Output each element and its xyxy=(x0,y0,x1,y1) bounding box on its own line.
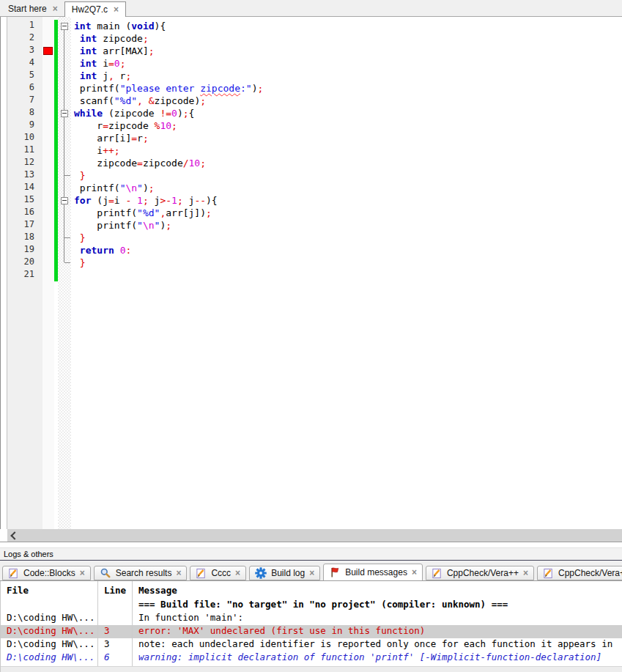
scroll-left-button[interactable] xyxy=(7,529,20,542)
line-number: 16 xyxy=(7,207,42,219)
marker-cell xyxy=(42,57,54,70)
code-line[interactable]: 3 int arr[MAX]; xyxy=(7,45,622,57)
editor-tab-start-here[interactable]: Start here× xyxy=(1,1,64,16)
line-number: 11 xyxy=(7,144,42,157)
code-line[interactable]: 1int main (void){ xyxy=(7,20,622,32)
code-line[interactable]: 16 printf("%d",arr[j]); xyxy=(7,207,622,219)
table-row[interactable]: D:\coding HW\...3error: 'MAX' undeclared… xyxy=(1,625,622,638)
cell-file: D:\coding HW\... xyxy=(1,651,98,665)
table-row[interactable]: === Build file: "no target" in "no proje… xyxy=(1,599,622,612)
fold-margin-cell xyxy=(58,256,71,269)
code-editor[interactable]: 1int main (void){2 int zipcode;3 int arr… xyxy=(0,17,622,542)
code-line[interactable]: 19 return 0: xyxy=(7,244,622,256)
fold-toggle-icon[interactable] xyxy=(58,107,71,119)
logs-panel: Logs & others Code::Blocks×Search result… xyxy=(0,547,622,672)
line-number: 14 xyxy=(7,182,42,194)
gear-icon xyxy=(255,567,267,579)
editor-tab-hw2q7-c[interactable]: Hw2Q7.c× xyxy=(64,1,126,17)
close-icon[interactable]: × xyxy=(114,5,119,14)
cell-message: note: each undeclared identifier is repo… xyxy=(133,638,622,651)
chevron-left-icon xyxy=(10,531,18,539)
horizontal-scrollbar[interactable] xyxy=(7,529,622,542)
code-text: zipcode=zipcode/10; xyxy=(71,157,622,169)
table-row[interactable]: D:\coding HW\...In function 'main': xyxy=(1,612,622,625)
code-text: int j, r; xyxy=(71,70,622,82)
fold-toggle-icon[interactable] xyxy=(58,194,71,207)
close-icon[interactable]: × xyxy=(309,569,314,577)
code-line[interactable]: 14 printf("\n"); xyxy=(7,182,622,194)
code-text: printf("\n"); xyxy=(71,182,622,194)
marker-cell xyxy=(42,132,54,144)
fold-margin-cell xyxy=(58,45,71,57)
fold-margin-cell xyxy=(58,70,71,82)
code-text: printf("please enter zipcode:"); xyxy=(71,82,622,95)
logs-tab-label: Search results xyxy=(116,568,172,578)
code-line[interactable]: 6 printf("please enter zipcode:"); xyxy=(7,82,622,95)
code-line[interactable]: 2 int zipcode; xyxy=(7,32,622,45)
cell-line xyxy=(98,599,133,612)
code-text: } xyxy=(71,256,622,269)
code-line[interactable]: 21 xyxy=(7,269,622,281)
close-icon[interactable]: × xyxy=(80,569,85,577)
code-area[interactable]: 1int main (void){2 int zipcode;3 int arr… xyxy=(7,20,622,281)
code-text: i++; xyxy=(71,144,622,157)
code-line[interactable]: 7 scanf("%d", &zipcode); xyxy=(7,95,622,107)
line-number: 12 xyxy=(7,157,42,169)
logs-tab-label: Build messages xyxy=(345,567,407,577)
column-header-file: File xyxy=(1,585,98,596)
logs-tab-code-blocks[interactable]: Code::Blocks× xyxy=(2,566,91,580)
build-messages-table: FileLineMessage === Build file: "no targ… xyxy=(0,581,622,672)
marker-cell xyxy=(42,107,54,119)
close-icon[interactable]: × xyxy=(235,569,240,577)
fold-margin-cell xyxy=(58,157,71,169)
table-scrollbar[interactable] xyxy=(1,666,622,672)
logs-tab-build-messages[interactable]: Build messages× xyxy=(323,564,423,581)
line-number: 10 xyxy=(7,132,42,144)
logs-tab-build-log[interactable]: Build log× xyxy=(249,566,320,580)
logs-tab-search-results[interactable]: Search results× xyxy=(94,566,188,580)
close-icon[interactable]: × xyxy=(523,569,528,577)
fold-margin-cell xyxy=(58,207,71,219)
code-text xyxy=(71,269,622,281)
table-row[interactable]: D:\coding HW\...6warning: implicit decla… xyxy=(1,651,622,665)
logs-tab-cppcheck-vera[interactable]: CppCheck/Vera++× xyxy=(426,566,534,580)
line-number: 5 xyxy=(7,70,42,82)
code-line[interactable]: 20 } xyxy=(7,256,622,269)
fold-margin-cell xyxy=(58,132,71,144)
code-line[interactable]: 17 printf("\n"); xyxy=(7,219,622,232)
code-line[interactable]: 10 arr[i]=r; xyxy=(7,132,622,144)
line-number: 6 xyxy=(7,82,42,95)
code-line[interactable]: 15for (j=i - 1; j>-1; j--){ xyxy=(7,194,622,207)
logs-caption: Logs & others xyxy=(0,547,622,561)
logs-tab-cppcheck-vera-messages[interactable]: CppCheck/Vera++ messages× xyxy=(537,566,622,580)
line-number: 4 xyxy=(7,57,42,70)
code-line[interactable]: 11 i++; xyxy=(7,144,622,157)
code-line[interactable]: 8while (zipcode !=0);{ xyxy=(7,107,622,119)
logs-tab-label: Code::Blocks xyxy=(23,568,75,578)
code-text: printf("%d",arr[j]); xyxy=(71,207,622,219)
close-icon[interactable]: × xyxy=(176,569,181,577)
codeblocks-window: Start here×Hw2Q7.c× 1int main (void){2 i… xyxy=(0,0,622,672)
error-line-marker xyxy=(43,47,53,55)
code-line[interactable]: 5 int j, r; xyxy=(7,70,622,82)
fold-margin-cell xyxy=(58,119,71,132)
logs-tab-cccc[interactable]: Cccc× xyxy=(190,566,246,580)
code-line[interactable]: 9 r=zipcode %10; xyxy=(7,119,622,132)
close-icon[interactable]: × xyxy=(53,4,58,13)
line-number: 7 xyxy=(7,95,42,107)
table-row[interactable]: D:\coding HW\...3note: each undeclared i… xyxy=(1,638,622,651)
code-line[interactable]: 18 } xyxy=(7,232,622,244)
line-number: 9 xyxy=(7,119,42,132)
cell-file: D:\coding HW\... xyxy=(1,638,98,651)
close-icon[interactable]: × xyxy=(412,568,417,577)
logs-tab-label: CppCheck/Vera++ xyxy=(447,568,519,578)
logs-tab-label: Cccc xyxy=(211,568,231,578)
code-line[interactable]: 4 int i=0; xyxy=(7,57,622,70)
code-line[interactable]: 13 } xyxy=(7,169,622,182)
code-text: arr[i]=r; xyxy=(71,132,622,144)
marker-cell xyxy=(42,144,54,157)
line-number: 18 xyxy=(7,232,42,244)
code-line[interactable]: 12 zipcode=zipcode/10; xyxy=(7,157,622,169)
line-number: 13 xyxy=(7,169,42,182)
fold-toggle-icon[interactable] xyxy=(58,20,71,32)
